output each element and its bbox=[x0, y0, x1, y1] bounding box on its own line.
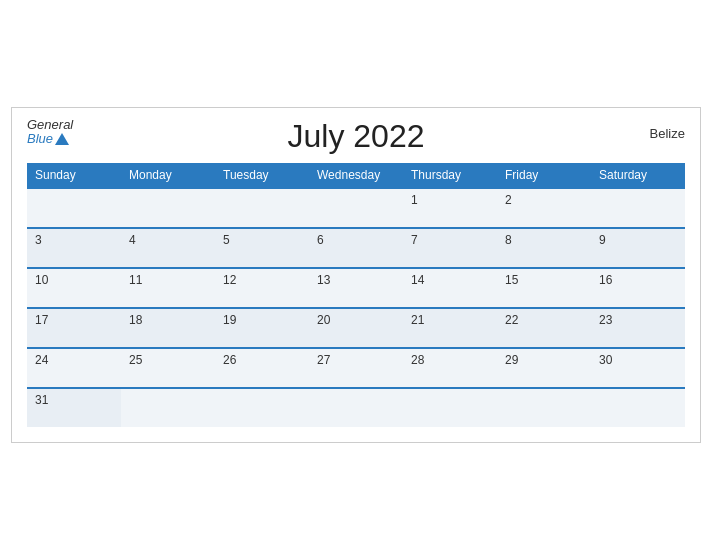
calendar-day-cell: 16 bbox=[591, 268, 685, 308]
calendar-week-row: 3456789 bbox=[27, 228, 685, 268]
day-number: 23 bbox=[599, 313, 612, 327]
calendar-day-cell: 4 bbox=[121, 228, 215, 268]
calendar-day-cell: 25 bbox=[121, 348, 215, 388]
day-number: 10 bbox=[35, 273, 48, 287]
calendar-day-cell bbox=[591, 188, 685, 228]
day-number: 12 bbox=[223, 273, 236, 287]
logo-general-text: General bbox=[27, 118, 73, 132]
calendar-day-cell: 1 bbox=[403, 188, 497, 228]
day-number: 16 bbox=[599, 273, 612, 287]
day-number: 4 bbox=[129, 233, 136, 247]
day-number: 25 bbox=[129, 353, 142, 367]
logo-blue-text: Blue bbox=[27, 132, 73, 146]
day-number: 13 bbox=[317, 273, 330, 287]
header-friday: Friday bbox=[497, 163, 591, 188]
calendar-day-cell: 13 bbox=[309, 268, 403, 308]
calendar-day-cell: 3 bbox=[27, 228, 121, 268]
calendar-day-cell: 26 bbox=[215, 348, 309, 388]
day-number: 17 bbox=[35, 313, 48, 327]
day-number: 19 bbox=[223, 313, 236, 327]
calendar-day-cell: 9 bbox=[591, 228, 685, 268]
calendar-day-cell: 28 bbox=[403, 348, 497, 388]
calendar-day-cell: 19 bbox=[215, 308, 309, 348]
calendar-header: General Blue July 2022 Belize bbox=[27, 118, 685, 155]
calendar-table: Sunday Monday Tuesday Wednesday Thursday… bbox=[27, 163, 685, 427]
day-number: 20 bbox=[317, 313, 330, 327]
calendar-day-cell: 22 bbox=[497, 308, 591, 348]
calendar-day-cell: 12 bbox=[215, 268, 309, 308]
calendar-day-cell: 7 bbox=[403, 228, 497, 268]
day-number: 29 bbox=[505, 353, 518, 367]
country-label: Belize bbox=[650, 126, 685, 141]
day-number: 14 bbox=[411, 273, 424, 287]
day-number: 28 bbox=[411, 353, 424, 367]
day-number: 18 bbox=[129, 313, 142, 327]
calendar-week-row: 24252627282930 bbox=[27, 348, 685, 388]
header-thursday: Thursday bbox=[403, 163, 497, 188]
day-number: 5 bbox=[223, 233, 230, 247]
day-number: 31 bbox=[35, 393, 48, 407]
day-number: 24 bbox=[35, 353, 48, 367]
day-number: 15 bbox=[505, 273, 518, 287]
calendar-title: July 2022 bbox=[288, 118, 425, 155]
day-number: 1 bbox=[411, 193, 418, 207]
calendar-week-row: 10111213141516 bbox=[27, 268, 685, 308]
calendar-day-cell: 27 bbox=[309, 348, 403, 388]
header-monday: Monday bbox=[121, 163, 215, 188]
calendar-day-cell bbox=[403, 388, 497, 427]
day-number: 21 bbox=[411, 313, 424, 327]
calendar-day-cell bbox=[309, 388, 403, 427]
header-tuesday: Tuesday bbox=[215, 163, 309, 188]
calendar-day-cell bbox=[215, 388, 309, 427]
day-number: 3 bbox=[35, 233, 42, 247]
calendar-day-cell: 15 bbox=[497, 268, 591, 308]
day-number: 22 bbox=[505, 313, 518, 327]
calendar-week-row: 12 bbox=[27, 188, 685, 228]
header-saturday: Saturday bbox=[591, 163, 685, 188]
day-number: 7 bbox=[411, 233, 418, 247]
calendar-day-cell: 23 bbox=[591, 308, 685, 348]
calendar-day-cell: 14 bbox=[403, 268, 497, 308]
calendar-day-cell: 17 bbox=[27, 308, 121, 348]
calendar-day-cell: 24 bbox=[27, 348, 121, 388]
calendar-day-cell bbox=[497, 388, 591, 427]
day-number: 9 bbox=[599, 233, 606, 247]
calendar-day-cell: 8 bbox=[497, 228, 591, 268]
logo: General Blue bbox=[27, 118, 73, 147]
calendar-day-cell: 5 bbox=[215, 228, 309, 268]
day-number: 2 bbox=[505, 193, 512, 207]
calendar-day-cell: 30 bbox=[591, 348, 685, 388]
calendar-day-cell: 31 bbox=[27, 388, 121, 427]
calendar-day-cell bbox=[121, 388, 215, 427]
calendar-day-cell: 20 bbox=[309, 308, 403, 348]
calendar-day-cell: 2 bbox=[497, 188, 591, 228]
calendar-day-cell: 21 bbox=[403, 308, 497, 348]
day-number: 11 bbox=[129, 273, 142, 287]
day-number: 27 bbox=[317, 353, 330, 367]
day-number: 6 bbox=[317, 233, 324, 247]
calendar-day-cell: 10 bbox=[27, 268, 121, 308]
calendar-day-cell bbox=[309, 188, 403, 228]
calendar-day-cell bbox=[27, 188, 121, 228]
calendar-week-row: 17181920212223 bbox=[27, 308, 685, 348]
calendar-container: General Blue July 2022 Belize Sunday Mon… bbox=[11, 107, 701, 443]
calendar-day-cell: 11 bbox=[121, 268, 215, 308]
calendar-day-cell: 18 bbox=[121, 308, 215, 348]
calendar-day-cell bbox=[215, 188, 309, 228]
logo-triangle-icon bbox=[55, 133, 69, 145]
day-number: 30 bbox=[599, 353, 612, 367]
calendar-day-cell: 29 bbox=[497, 348, 591, 388]
calendar-day-cell: 6 bbox=[309, 228, 403, 268]
weekday-header-row: Sunday Monday Tuesday Wednesday Thursday… bbox=[27, 163, 685, 188]
day-number: 26 bbox=[223, 353, 236, 367]
day-number: 8 bbox=[505, 233, 512, 247]
calendar-day-cell bbox=[121, 188, 215, 228]
calendar-day-cell bbox=[591, 388, 685, 427]
header-sunday: Sunday bbox=[27, 163, 121, 188]
header-wednesday: Wednesday bbox=[309, 163, 403, 188]
calendar-week-row: 31 bbox=[27, 388, 685, 427]
